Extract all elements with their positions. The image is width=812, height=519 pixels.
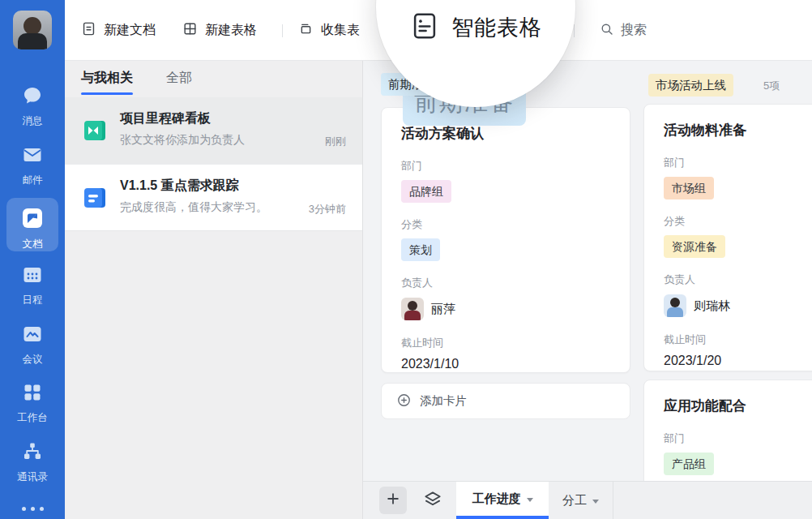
assignee-avatar: [401, 298, 424, 320]
sidebar-item-contacts[interactable]: 通讯录: [0, 440, 65, 484]
chevron-down-icon: [527, 498, 533, 502]
department-chip[interactable]: 品牌组: [401, 180, 451, 203]
field-label: 截止时间: [664, 332, 812, 347]
message-icon: [21, 96, 44, 109]
sidebar-item-label: 邮件: [0, 174, 65, 187]
add-card-button[interactable]: 添加卡片: [381, 383, 630, 419]
collect-form-icon: [298, 21, 314, 40]
kanban-card-materials[interactable]: 活动物料准备 部门 市场组 分类 资源准备 负责人 则瑞林 截止时间 2023/…: [643, 104, 812, 371]
sidebar-item-docs[interactable]: 文档: [0, 206, 65, 251]
layers-icon: [422, 489, 443, 513]
plus-icon: [385, 491, 401, 510]
sidebar-item-label: 工作台: [0, 411, 65, 425]
new-doc-label: 新建文档: [104, 22, 156, 39]
mail-icon: [21, 155, 44, 169]
tab-related-label: 与我相关: [81, 71, 133, 84]
user-avatar[interactable]: [13, 11, 52, 49]
sidebar-item-meetings[interactable]: 会议: [0, 323, 65, 367]
department-chip[interactable]: 市场组: [664, 177, 714, 199]
new-doc-icon: [81, 21, 96, 40]
tab-division-label: 分工: [562, 493, 587, 508]
tab-related-to-me[interactable]: 与我相关: [81, 61, 133, 97]
due-date: 2023/1/10: [401, 357, 610, 371]
new-doc-button[interactable]: 新建文档: [81, 0, 156, 61]
active-tab-underline: [81, 92, 133, 95]
assignee[interactable]: 则瑞林: [664, 294, 812, 318]
search-button[interactable]: 搜索: [600, 0, 647, 61]
add-circle-icon: [396, 392, 412, 410]
field-label: 部门: [664, 156, 812, 170]
collect-form-label: 收集表: [321, 22, 360, 39]
sidebar-item-label: 消息: [0, 114, 65, 128]
recent-doc-list: 项目里程碑看板 张文文将你添加为负责人 刚刚 V1.1.5 重点需求跟踪 完成度…: [65, 97, 362, 231]
due-date: 2023/1/20: [664, 354, 812, 368]
toolbar-divider: [574, 24, 575, 37]
doc-subtitle: 完成度很高，值得大家学习。: [120, 200, 267, 215]
new-sheet-label: 新建表格: [205, 22, 257, 39]
search-icon: [600, 22, 614, 40]
tab-division[interactable]: 分工: [549, 482, 613, 519]
list-item-requirement-tracking[interactable]: V1.1.5 重点需求跟踪 完成度很高，值得大家学习。 3分钟前: [65, 164, 362, 230]
doc-subtitle: 张文文将你添加为负责人: [120, 133, 245, 148]
kanban-board: 前期准备 前期准备 市场活动上线 5项 活动方案确认 部门 品牌组 分类 策划 …: [363, 61, 812, 519]
doc-list-panel: 与我相关 全部 项目里程碑看板 张文文将你添加为负责人 刚刚: [65, 61, 363, 519]
collect-form-button[interactable]: 收集表: [298, 0, 360, 61]
field-label: 负责人: [664, 272, 812, 287]
tab-all-label: 全部: [166, 71, 192, 84]
workbench-icon: [21, 392, 44, 406]
field-label: 分类: [401, 217, 610, 232]
add-card-label: 添加卡片: [420, 393, 467, 409]
doc-time: 3分钟前: [309, 202, 346, 217]
sheet-tab-bar: 工作进度 分工: [363, 481, 812, 519]
sidebar-item-label: 文档: [0, 238, 65, 251]
add-view-button[interactable]: [379, 487, 407, 514]
smart-sheet-label: 智能表格: [451, 13, 542, 42]
contacts-icon: [21, 452, 44, 465]
sidebar-item-label: 日程: [0, 294, 65, 307]
app-sidebar: 消息 邮件 文档 日程 会议 工作台 通讯录: [0, 0, 65, 519]
toolbar-divider: [282, 24, 283, 37]
card-title: 活动方案确认: [401, 124, 610, 143]
sidebar-item-workbench[interactable]: 工作台: [0, 381, 65, 425]
search-label: 搜索: [621, 22, 647, 39]
field-label: 负责人: [401, 276, 610, 290]
tab-work-progress[interactable]: 工作进度: [456, 482, 549, 519]
category-chip[interactable]: 策划: [401, 238, 440, 261]
smart-sheet-icon: [409, 11, 440, 45]
sidebar-item-label: 会议: [0, 353, 65, 367]
field-label: 分类: [664, 214, 812, 229]
assignee-name: 则瑞林: [694, 298, 730, 314]
card-title: 应用功能配合: [664, 397, 812, 415]
field-label: 部门: [401, 159, 610, 174]
card-title: 活动物料准备: [664, 121, 812, 139]
chevron-down-icon: [592, 500, 599, 504]
field-label: 部门: [664, 431, 812, 446]
smartsheet-file-icon: [81, 117, 109, 148]
doc-title: V1.1.5 重点需求跟踪: [120, 178, 239, 195]
sidebar-item-messages[interactable]: 消息: [0, 84, 65, 128]
doc-title: 项目里程碑看板: [120, 110, 211, 127]
column-header-launch[interactable]: 市场活动上线: [648, 74, 733, 97]
category-chip[interactable]: 资源准备: [664, 235, 725, 258]
assignee-name: 丽萍: [431, 302, 455, 317]
sidebar-item-calendar[interactable]: 日程: [0, 264, 65, 307]
list-item-milestone-board[interactable]: 项目里程碑看板 张文文将你添加为负责人 刚刚: [65, 97, 362, 164]
assignee[interactable]: 丽萍: [401, 297, 610, 321]
field-label: 截止时间: [401, 336, 610, 350]
meeting-icon: [21, 334, 44, 348]
smart-sheet-button[interactable]: 智能表格: [409, 11, 542, 45]
sidebar-item-label: 通讯录: [0, 470, 65, 484]
doc-time: 刚刚: [325, 135, 346, 149]
assignee-avatar: [664, 294, 686, 317]
panel-tabs: 与我相关 全部: [65, 61, 362, 97]
more-dots-icon[interactable]: [0, 500, 65, 514]
tab-work-progress-label: 工作进度: [472, 491, 521, 507]
calendar-icon: [21, 275, 44, 289]
tab-all[interactable]: 全部: [166, 61, 192, 97]
kanban-card-plan-confirm[interactable]: 活动方案确认 部门 品牌组 分类 策划 负责人 丽萍 截止时间 2023/1/1…: [381, 107, 630, 373]
new-sheet-button[interactable]: 新建表格: [182, 0, 257, 61]
view-list-button[interactable]: [421, 489, 445, 513]
sidebar-item-mail[interactable]: 邮件: [0, 144, 65, 187]
column-card-count: 5项: [763, 79, 780, 93]
department-chip[interactable]: 产品组: [664, 453, 714, 475]
